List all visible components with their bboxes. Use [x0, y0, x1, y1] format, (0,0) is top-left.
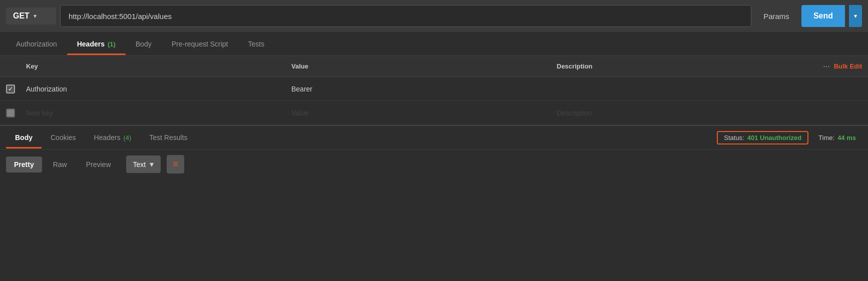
row-key[interactable]: Authorization: [26, 85, 291, 93]
tab-headers-label: Headers: [77, 40, 105, 48]
response-tab-cookies-label: Cookies: [51, 134, 76, 142]
checkmark-icon: ✓: [8, 86, 13, 92]
status-badge: Status: 401 Unauthorized: [717, 131, 808, 144]
response-tab-testresults-label: Test Results: [149, 134, 187, 142]
desc-col-header: Description: [557, 62, 822, 70]
response-tab-cookies[interactable]: Cookies: [42, 128, 85, 148]
response-tab-headers[interactable]: Headers (4): [85, 128, 141, 148]
time-value: 44 ms: [837, 134, 856, 142]
method-label: GET: [13, 12, 30, 20]
tab-body-label: Body: [136, 40, 152, 48]
response-headers-badge: (4): [123, 134, 131, 142]
text-format-dropdown[interactable]: Text ▾: [126, 156, 161, 173]
more-button[interactable]: ···: [823, 62, 829, 71]
headers-badge: (1): [108, 40, 116, 48]
placeholder-description[interactable]: Description: [557, 109, 822, 117]
bulk-edit-button[interactable]: Bulk Edit: [834, 62, 862, 70]
table-header-row: Key Value Description ··· Bulk Edit: [0, 56, 868, 77]
tab-tests-label: Tests: [248, 40, 265, 48]
tab-prerequest[interactable]: Pre-request Script: [162, 33, 238, 55]
tab-body[interactable]: Body: [126, 33, 162, 55]
preview-button[interactable]: Preview: [78, 156, 119, 172]
method-selector[interactable]: GET ▾: [6, 8, 56, 24]
actions-col-header: ··· Bulk Edit: [822, 62, 862, 71]
wrap-icon: ≡: [173, 159, 178, 170]
top-bar: GET ▾ Params Send ▾: [0, 0, 868, 32]
response-tab-testresults[interactable]: Test Results: [140, 128, 196, 148]
tab-headers[interactable]: Headers (1): [67, 33, 126, 55]
time-info: Time: 44 ms: [818, 134, 856, 142]
text-format-chevron-icon: ▾: [150, 160, 154, 169]
send-button[interactable]: Send: [801, 5, 845, 27]
request-tab-bar: Authorization Headers (1) Body Pre-reque…: [0, 32, 868, 56]
response-tab-body[interactable]: Body: [6, 128, 42, 148]
placeholder-value[interactable]: Value: [291, 109, 557, 117]
tab-tests[interactable]: Tests: [238, 33, 275, 55]
chevron-down-icon: ▾: [34, 12, 37, 20]
tab-authorization-label: Authorization: [16, 40, 57, 48]
placeholder-checkbox: [6, 108, 26, 118]
response-tab-body-label: Body: [15, 134, 33, 142]
placeholder-row: New key Value Description: [0, 101, 868, 125]
row-value[interactable]: Bearer: [291, 85, 557, 93]
time-label: Time:: [818, 134, 834, 142]
response-bar: Body Cookies Headers (4) Test Results St…: [0, 125, 868, 149]
pretty-button[interactable]: Pretty: [6, 156, 42, 172]
text-format-label: Text: [133, 160, 146, 168]
placeholder-key[interactable]: New key: [26, 109, 291, 117]
table-row: ✓ Authorization Bearer: [0, 77, 868, 101]
bottom-toolbar: Pretty Raw Preview Text ▾ ≡: [0, 149, 868, 179]
status-value: 401 Unauthorized: [747, 134, 801, 142]
headers-table: Key Value Description ··· Bulk Edit ✓ Au…: [0, 56, 868, 125]
key-col-header: Key: [26, 62, 291, 70]
status-label: Status:: [724, 134, 744, 142]
raw-button[interactable]: Raw: [45, 156, 75, 172]
checkbox[interactable]: ✓: [6, 84, 15, 94]
tab-prerequest-label: Pre-request Script: [172, 40, 228, 48]
url-input[interactable]: [60, 5, 751, 27]
send-dropdown-button[interactable]: ▾: [849, 5, 862, 27]
params-button[interactable]: Params: [755, 8, 797, 24]
word-wrap-button[interactable]: ≡: [167, 155, 184, 174]
row-checkbox[interactable]: ✓: [6, 84, 26, 94]
placeholder-checkbox-box[interactable]: [6, 108, 15, 118]
status-info: Status: 401 Unauthorized Time: 44 ms: [717, 131, 856, 144]
response-tab-headers-label: Headers: [94, 134, 121, 142]
tab-authorization[interactable]: Authorization: [6, 33, 67, 55]
value-col-header: Value: [291, 62, 557, 70]
response-tabs: Body Cookies Headers (4) Test Results: [6, 128, 717, 148]
